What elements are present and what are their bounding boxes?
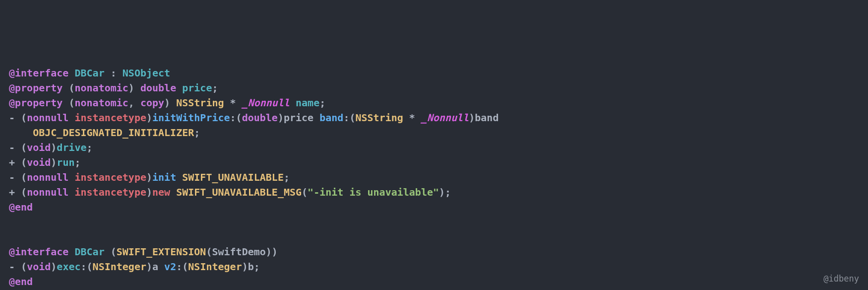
code-line: - (nonnull instancetype)initWithPrice:(d… <box>9 112 498 124</box>
code-block[interactable]: @interface DBCar : NSObject @property (n… <box>9 66 859 289</box>
code-line: OBJC_DESIGNATED_INITIALIZER; <box>9 127 200 139</box>
code-line: @end <box>9 276 33 288</box>
code-line: + (nonnull instancetype)new SWIFT_UNAVAI… <box>9 186 451 198</box>
code-line <box>9 231 15 243</box>
code-line: @interface DBCar : NSObject <box>9 67 170 79</box>
watermark-label: @idbeny <box>823 273 859 286</box>
code-line: @property (nonatomic, copy) NSString * _… <box>9 97 325 109</box>
code-line <box>9 216 15 228</box>
code-line: + (void)run; <box>9 156 81 168</box>
code-line: - (nonnull instancetype)init SWIFT_UNAVA… <box>9 171 290 183</box>
code-line: @end <box>9 201 33 213</box>
code-line: - (void)exec:(NSInteger)a v2:(NSInteger)… <box>9 261 260 273</box>
code-line: @interface DBCar (SWIFT_EXTENSION(SwiftD… <box>9 246 278 258</box>
code-line: @property (nonatomic) double price; <box>9 82 218 94</box>
code-line: - (void)drive; <box>9 142 93 153</box>
